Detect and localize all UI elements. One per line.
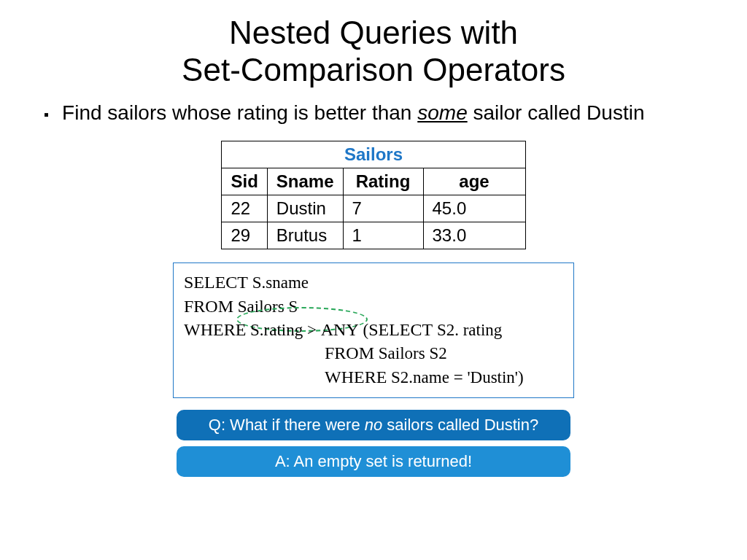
bullet-item: ▪ Find sailors whose rating is better th… <box>44 101 703 128</box>
sql-line-from: FROM Sailors S <box>184 295 563 318</box>
sql-subwhere-args: S2.name = 'Dustin') <box>387 368 523 386</box>
answer-box: A: An empty set is returned! <box>177 446 570 477</box>
table-row: 22 Dustin 7 45.0 <box>222 195 525 222</box>
sql-kw-from: FROM <box>184 297 233 316</box>
sql-subfrom-args: Sailors S2 <box>374 344 447 362</box>
table-row: 29 Brutus 1 33.0 <box>222 222 525 249</box>
sql-kw-subwhere: WHERE <box>325 368 387 386</box>
sql-subselect-args: S2. rating <box>433 321 502 339</box>
sailors-table: Sailors Sid Sname Rating age 22 Dustin 7… <box>221 141 525 249</box>
sql-line-subfrom: FROM Sailors S2 <box>184 341 563 365</box>
cell-rating: 1 <box>343 222 423 249</box>
sql-select-args: S.sname <box>248 273 309 292</box>
sql-box: SELECT S.sname FROM Sailors S WHERE S.ra… <box>173 262 574 398</box>
answer-text: A: An empty set is returned! <box>275 452 472 470</box>
bullet-text-post: sailor called Dustin <box>468 101 645 124</box>
sql-where-cond: S.rating > <box>246 321 320 339</box>
cell-sname: Brutus <box>267 222 343 249</box>
sql-kw-where: WHERE <box>184 320 246 339</box>
sql-line-where: WHERE S.rating > ANY (SELECT S2. rating <box>184 318 563 341</box>
slide-title: Nested Queries with Set-Comparison Opera… <box>44 15 703 88</box>
col-header-sid: Sid <box>222 168 267 195</box>
cell-age: 45.0 <box>423 195 525 222</box>
cell-sid: 29 <box>222 222 267 249</box>
cell-rating: 7 <box>343 195 423 222</box>
title-line-2: Set-Comparison Operators <box>182 52 565 88</box>
cell-age: 33.0 <box>423 222 525 249</box>
sql-line-select: SELECT S.sname <box>184 271 563 294</box>
sql-kw-any: ANY <box>321 320 359 339</box>
col-header-sname: Sname <box>267 168 343 195</box>
sql-kw-select: SELECT <box>184 273 248 292</box>
bullet-text: Find sailors whose rating is better than… <box>62 101 703 125</box>
question-pre: Q: What if there were <box>209 416 365 434</box>
sql-kw-subfrom: FROM <box>325 343 374 362</box>
sql-from-args: Sailors S <box>233 298 298 316</box>
cell-sname: Dustin <box>267 195 343 222</box>
sql-line-subwhere: WHERE S2.name = 'Dustin') <box>184 365 563 389</box>
sql-paren: ( <box>359 321 368 339</box>
bullet-icon: ▪ <box>44 101 49 128</box>
title-line-1: Nested Queries with <box>229 15 518 50</box>
question-em: no <box>365 416 382 434</box>
col-header-rating: Rating <box>343 168 423 195</box>
slide: Nested Queries with Set-Comparison Opera… <box>0 0 747 560</box>
question-post: sailors called Dustin? <box>382 416 538 434</box>
bullet-text-pre: Find sailors whose rating is better than <box>62 101 417 124</box>
table-container: Sailors Sid Sname Rating age 22 Dustin 7… <box>44 141 703 249</box>
bullet-text-em: some <box>417 101 467 124</box>
sql-kw-subselect: SELECT <box>368 320 433 339</box>
cell-sid: 22 <box>222 195 267 222</box>
col-header-age: age <box>423 168 525 195</box>
table-caption: Sailors <box>222 141 525 168</box>
question-box: Q: What if there were no sailors called … <box>177 410 570 440</box>
